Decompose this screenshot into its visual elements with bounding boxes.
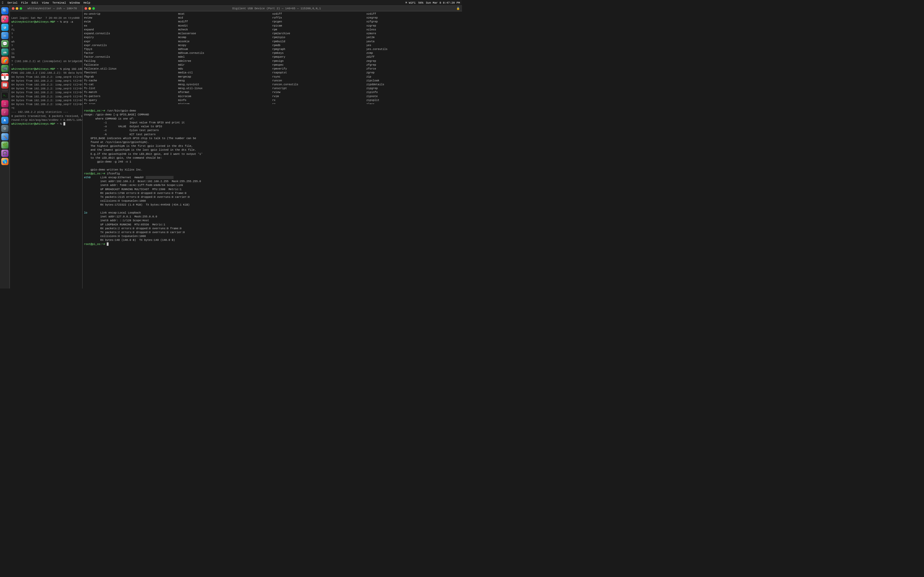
terminal-output-li: li (11, 52, 15, 55)
cmd-item: mcomp (178, 35, 272, 39)
gpio-demo-cmd: gpio-demo -g 240 -o 1 (84, 160, 131, 163)
cmd-item: fc-cat (84, 83, 178, 87)
terminal-ping-7: 64 bytes from 192.168.2.2: icmp_seq=7 tt… (11, 103, 82, 106)
cmd-item: mesg.util-linux (178, 87, 272, 90)
cmd-item: fc-scan (84, 102, 178, 104)
cmd-item: factor.coreutils (84, 55, 178, 59)
cmd-item: microcom (178, 95, 272, 98)
gpio-opt-k: -k KIT test pattern (84, 133, 155, 136)
blank-line (84, 207, 86, 210)
cmd-item: mdir (178, 63, 272, 67)
menu-file[interactable]: File (21, 1, 28, 4)
menubar-battery: 56% (418, 1, 423, 4)
cmd-item: fbectest (84, 71, 178, 75)
apple-menu[interactable]:  (2, 1, 4, 5)
dock-icon-extra2[interactable]: 🌿 (1, 142, 8, 148)
gpio-opt-o: -o VALUE Output value to GPIO (84, 125, 162, 128)
terminal-output-4: ? (11, 36, 13, 39)
lo-inet6: inet6 addr: ::1/128 Scope:Host (84, 219, 149, 222)
cmd-item: expand.coreutils (84, 32, 178, 35)
dock-icon-terminal[interactable]: >_ (1, 92, 8, 99)
dock-icon-messages[interactable]: 💬 (1, 40, 8, 47)
cmd-item: md5sum (178, 47, 272, 51)
dock: 🔍 🚀 ◕ ✉ 💬 ⛰ 🌈 📹 MAR 8 📰 >_ ♫ ♪ A ⚙ 🔨 🌿 🎧… (0, 6, 10, 288)
cmd-item: rpmspec (272, 63, 366, 67)
cmd-item: rpcgen (272, 20, 366, 24)
cmd-item: factor (84, 51, 178, 55)
menu-help[interactable]: Help (84, 1, 90, 4)
dock-icon-photos[interactable]: 🌈 (1, 56, 8, 64)
dock-icon-music[interactable]: ♫ (1, 100, 8, 107)
traffic-lights-right (84, 7, 95, 10)
terminal-ping-stats-2: round-trip min/avg/max/stddev = 0.895/1.… (11, 118, 82, 122)
gpio-written: gpio-demo written by Xilinx Inc. (84, 168, 142, 171)
dock-icon-safari[interactable]: ◕ (1, 24, 8, 31)
menu-terminal[interactable]: Terminal (52, 1, 66, 4)
menu-view[interactable]: View (42, 1, 49, 4)
cmd-item: zcmp (366, 51, 460, 55)
dock-icon-extra1[interactable]: 🔨 (1, 133, 8, 140)
command-list-area: eu-unstrip eview evim ex expand expand.c… (82, 11, 462, 104)
menu-serial[interactable]: Serial (7, 1, 18, 4)
cmd-item: fc-list (84, 87, 178, 90)
close-button-right[interactable] (84, 7, 87, 10)
dock-icon-itunes[interactable]: ♪ (1, 108, 8, 116)
lo-col: collisions:0 txqueuelen:1000 (84, 235, 146, 238)
cmd-item: xzdiff (366, 12, 460, 16)
cmd-item: media-ctl (178, 71, 272, 75)
cmd-item: rpmsign (272, 59, 366, 63)
dock-icon-extra3[interactable]: 🎧 (1, 150, 8, 157)
cmd-item: runcon (272, 79, 366, 83)
terminal-prompt-3: whitneyknitter@whitneys-MBP ~ % (11, 122, 65, 126)
gpio-usage: Usage: /gpio-demo [-g GPIO_BASE] COMMAND (84, 113, 149, 116)
menubar:  Serial File Edit View Terminal Window … (0, 0, 462, 6)
terminal-ping-0: 64 bytes from 192.168.2.2: icmp_seq=0 tt… (11, 76, 82, 79)
cmd-item: rz (272, 102, 366, 104)
cmd-item: mformat (178, 90, 272, 94)
minimize-button-right[interactable] (89, 7, 91, 10)
dock-icon-systemprefs[interactable]: ⚙ (1, 125, 8, 132)
close-button-left[interactable] (12, 7, 15, 10)
cmd-item: rpmgraph (272, 47, 366, 51)
cmd-item: zipinfo (366, 90, 460, 94)
cmd-item: rpmquery (272, 55, 366, 59)
eth0-rx: RX packets:1798 errors:0 dropped:0 overr… (84, 192, 186, 195)
dock-icon-calendar[interactable]: MAR 8 (1, 73, 8, 81)
menubar-right: ⌘ WiFi 56% Sun Mar 8 8:47:20 PM (405, 1, 460, 4)
dock-icon-mail[interactable]: ✉ (1, 32, 8, 39)
gpio-command: /usr/bin/gpio-demo (107, 109, 136, 112)
cmd-item: rpmbuild (272, 40, 366, 44)
lo-bytes: RX bytes:140 (140.0 B) TX bytes:140 (140… (84, 239, 175, 242)
cmd-item: mergecap (178, 75, 272, 79)
dock-icon-facetime[interactable]: 📹 (1, 65, 8, 72)
terminal-ping-1: 64 bytes from 192.168.2.2: icmp_seq=1 tt… (11, 79, 82, 82)
fullscreen-button-right[interactable] (92, 7, 95, 10)
cmd-item: zfgrep (366, 63, 460, 67)
dock-icon-extra4[interactable]: 🌎 (1, 158, 8, 165)
terminal-ping-stats-header: --- 192.168.2.2 ping statistics --- (11, 111, 68, 114)
gpio-opt-c: -c Cylon test pattern (84, 129, 159, 132)
cmd-item: mcheck (178, 28, 272, 32)
dock-icon-launchpad[interactable]: 🚀 (1, 15, 8, 23)
dock-icon-news[interactable]: 📰 (1, 81, 8, 89)
eth0-inet: inet addr:192.168.2.2 Bcast:192.168.2.25… (84, 180, 201, 183)
cmd-item: roff2x (272, 16, 366, 20)
terminal-output-6: ? (11, 64, 13, 67)
dock-icon-finder[interactable]: 🔍 (1, 7, 8, 15)
minimize-button-left[interactable] (16, 7, 18, 10)
terminal-output-line: Last login: Sat Mar 7 20:48:29 on ttys00… (11, 16, 80, 19)
eth0-tx: TX packets:2115 errors:0 dropped:0 overr… (84, 195, 190, 198)
dock-icon-maps[interactable]: ⛰ (1, 48, 8, 56)
terminal-prompt-1: whitneyknitter@whitneys-MBP ~ % arp -a (11, 20, 73, 23)
gpio-ifconfig-section[interactable]: root@pi_os:~# /usr/bin/gpio-demo Usage: … (82, 104, 462, 288)
cmd-item: mdel (178, 55, 272, 59)
cmd-item: zgrep (366, 71, 460, 75)
cmd-item: yes (366, 44, 460, 47)
menu-window[interactable]: Window (69, 1, 80, 4)
gpio-highest: The highest gpiochipN is the first gpio … (84, 145, 193, 148)
menu-edit[interactable]: Edit (31, 1, 38, 4)
dock-icon-appstore[interactable]: A (1, 117, 8, 124)
terminal-left-content[interactable]: Last login: Sat Mar 7 20:48:29 on ttys00… (10, 11, 82, 288)
fullscreen-button-left[interactable] (19, 7, 22, 10)
terminal-left: whitneyknitter — zsh — 106×76 Last login… (10, 6, 82, 288)
